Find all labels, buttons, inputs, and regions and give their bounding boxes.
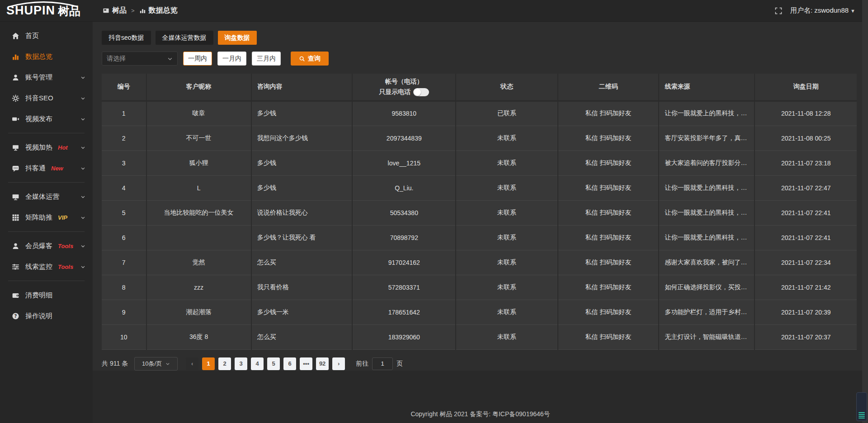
page-button-6[interactable]: 6: [283, 357, 296, 370]
cell-qrcode-link[interactable]: 私信 扫码加好友: [558, 101, 659, 126]
cell-status: 未联系: [456, 324, 557, 349]
range-week-button[interactable]: 一周内: [183, 52, 212, 66]
sidebar-item-douketong[interactable]: 抖客通New: [0, 158, 93, 179]
cell-source-link[interactable]: 无主灯设计，智能磁吸轨道灯...: [659, 324, 755, 349]
sidebar-item-label: 首页: [25, 32, 39, 40]
home-icon: [12, 32, 19, 40]
table-row: 1036度 8怎么买183929060未联系私信 扫码加好友无主灯设计，智能磁吸…: [102, 324, 857, 349]
sidebar-item-help[interactable]: ?操作说明: [0, 306, 93, 326]
sidebar-item-douyin-seo[interactable]: 抖音SEO: [0, 88, 93, 108]
cell-status: 未联系: [456, 300, 557, 324]
sidebar-item-consume-detail[interactable]: 消费明细: [0, 285, 93, 306]
cell-content: 怎么买: [251, 250, 353, 275]
cell-qrcode-link[interactable]: 私信 扫码加好友: [558, 150, 659, 175]
help-icon: ?: [12, 312, 19, 320]
cell-content: 多少钱？让我死心 看: [251, 225, 353, 250]
cell-qrcode-link[interactable]: 私信 扫码加好友: [558, 300, 659, 324]
tab-inquiry-data[interactable]: 询盘数据: [218, 31, 257, 45]
scrollbar[interactable]: [862, 0, 868, 423]
floating-widget[interactable]: [856, 392, 867, 421]
account-select[interactable]: 请选择: [102, 52, 178, 66]
cell-source-link[interactable]: 让你一眼就爱上的黑科技，能...: [659, 225, 755, 250]
cell-qrcode-link[interactable]: 私信 扫码加好友: [558, 126, 659, 150]
goto-page-input[interactable]: [372, 357, 393, 370]
account-manage-icon: [12, 74, 19, 81]
app-root: SHUPIN 树品 树品 > 数据总览: [0, 0, 868, 423]
cell-source-link[interactable]: 被大家追着问的客厅投影分享...: [659, 150, 755, 175]
cell-date: 2021-11-08 00:25: [755, 126, 857, 150]
cell-date: 2021-11-07 22:41: [755, 200, 857, 225]
data-overview-icon: [12, 53, 19, 61]
cell-qrcode-link[interactable]: 私信 扫码加好友: [558, 200, 659, 225]
cell-source-link[interactable]: 感谢大家喜欢我家，被问了好...: [659, 250, 755, 275]
prev-page-button[interactable]: ‹: [186, 357, 198, 370]
sidebar-divider: [8, 133, 85, 133]
cell-content: 多少钱: [251, 175, 353, 200]
user-menu[interactable]: 用户名: zswodun88 ▼: [790, 6, 855, 15]
cell-source-link[interactable]: 让你一眼就爱上的黑科技，能...: [659, 101, 755, 126]
cell-status: 未联系: [456, 150, 557, 175]
cell-nickname: 觉然: [146, 250, 251, 275]
sidebar-item-member-boom[interactable]: 会员爆客Tools: [0, 235, 93, 256]
page-button-2[interactable]: 2: [218, 357, 231, 370]
sidebar-item-label: 抖客通: [25, 164, 46, 173]
page-button-5[interactable]: 5: [267, 357, 280, 370]
fullscreen-icon[interactable]: [775, 7, 782, 14]
cell-content: 怎么买: [251, 324, 353, 349]
matrix-boost-icon: [12, 214, 19, 221]
sidebar-item-video-heat[interactable]: 视频加热Hot: [0, 137, 93, 158]
chevron-down-icon: [80, 166, 85, 171]
query-button[interactable]: 查询: [291, 52, 329, 66]
page-size-select[interactable]: 10条/页: [134, 357, 178, 371]
table-row: 2不可一世我想问这个多少钱2097344839未联系私信 扫码加好友客厅安装投影…: [102, 126, 857, 150]
cell-source-link[interactable]: 让你一眼就爱上的黑科技，能...: [659, 175, 755, 200]
inquiry-table: 编号 客户昵称 咨询内容 帐号（电话） 只显示电话 状态 二维码 线索来源: [102, 74, 857, 350]
pagination: 共 911 条 10条/页 ‹ 123456•••92 › 前往 页: [102, 357, 857, 371]
cell-date: 2021-11-07 23:18: [755, 150, 857, 175]
cell-status: 未联系: [456, 126, 557, 150]
page-button-3[interactable]: 3: [235, 357, 247, 370]
cell-content: 说说价格让我死心: [251, 200, 353, 225]
sidebar-item-data-overview[interactable]: 数据总览: [0, 46, 93, 67]
sidebar-item-label: 全媒体运营: [25, 193, 59, 201]
range-month-button[interactable]: 一月内: [217, 52, 246, 66]
breadcrumb-home[interactable]: 树品: [103, 6, 127, 15]
badge-tools: Tools: [58, 243, 73, 249]
cell-account: 572803371: [352, 275, 456, 300]
cell-qrcode-link[interactable]: 私信 扫码加好友: [558, 175, 659, 200]
phone-only-toggle[interactable]: [413, 88, 429, 96]
sidebar-item-label: 矩阵助推: [25, 213, 52, 222]
page-ellipsis-button[interactable]: •••: [300, 357, 312, 370]
page-button-92[interactable]: 92: [316, 357, 329, 370]
next-page-button[interactable]: ›: [332, 357, 345, 370]
sidebar-item-clue-monitor[interactable]: 线索监控Tools: [0, 256, 93, 277]
tab-media-ops-data[interactable]: 全媒体运营数据: [156, 31, 213, 45]
badge-new: New: [51, 165, 63, 172]
sidebar-item-home[interactable]: 首页: [0, 25, 93, 46]
cell-qrcode-link[interactable]: 私信 扫码加好友: [558, 250, 659, 275]
page-button-1[interactable]: 1: [202, 357, 215, 370]
cell-nickname: 36度 8: [146, 324, 251, 349]
tab-douyin-seo-data[interactable]: 抖音seo数据: [102, 31, 151, 45]
sidebar-divider: [8, 231, 85, 232]
sidebar-item-matrix-boost[interactable]: 矩阵助推VIP: [0, 207, 93, 228]
sidebar-item-media-ops[interactable]: 全媒体运营: [0, 186, 93, 207]
breadcrumb-current[interactable]: 数据总览: [139, 6, 178, 15]
badge-vip: VIP: [58, 214, 67, 221]
sidebar-item-account-manage[interactable]: 账号管理: [0, 67, 93, 88]
cell-account: 70898792: [352, 225, 456, 250]
sidebar-item-video-publish[interactable]: 视频发布: [0, 108, 93, 129]
page-button-4[interactable]: 4: [251, 357, 264, 370]
logo-arc: [7, 1, 80, 7]
cell-qrcode-link[interactable]: 私信 扫码加好友: [558, 225, 659, 250]
cell-qrcode-link[interactable]: 私信 扫码加好友: [558, 275, 659, 300]
table-row: 3狐小狸多少钱love__1215未联系私信 扫码加好友被大家追着问的客厅投影分…: [102, 150, 857, 175]
cell-source-link[interactable]: 让你一眼就爱上的黑科技，能...: [659, 200, 755, 225]
cell-qrcode-link[interactable]: 私信 扫码加好友: [558, 324, 659, 349]
range-quarter-button[interactable]: 三月内: [252, 52, 281, 66]
cell-source-link[interactable]: 多功能护栏灯，适用于乡村文...: [659, 300, 755, 324]
goto-page: 前往 页: [356, 357, 403, 370]
total-count-label: 共 911 条: [102, 360, 128, 368]
cell-source-link[interactable]: 如何正确选择投影仪，买投影...: [659, 275, 755, 300]
cell-source-link[interactable]: 客厅安装投影半年多了，真实...: [659, 126, 755, 150]
